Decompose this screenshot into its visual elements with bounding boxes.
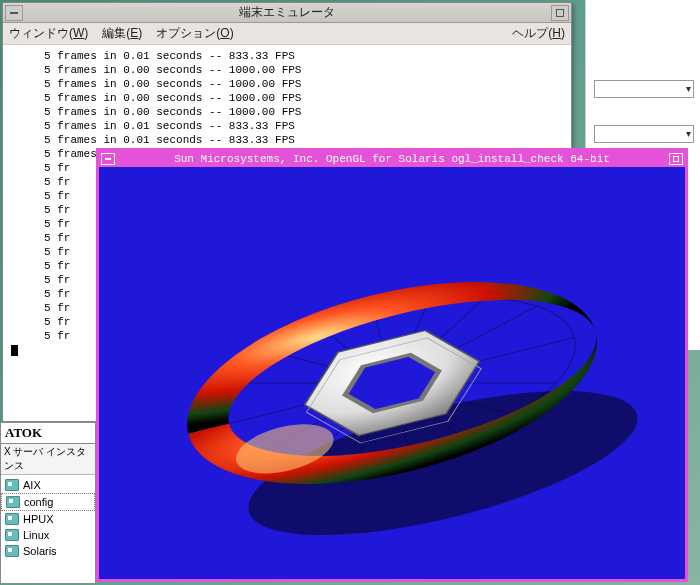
atok-title: ATOK <box>1 423 95 444</box>
atok-panel: ATOK X サーバ インスタンス AIXconfigHPUXLinuxSola… <box>0 422 96 584</box>
opengl-titlebar[interactable]: Sun Microsystems, Inc. OpenGL for Solari… <box>99 151 685 167</box>
menu-edit[interactable]: 編集(E) <box>102 25 142 42</box>
terminal-menubar: ウィンドウ(W) 編集(E) オプション(O) ヘルプ(H) <box>3 23 571 45</box>
chevron-down-icon: ▾ <box>686 83 691 94</box>
list-item-label: Solaris <box>23 545 57 557</box>
square-icon <box>673 156 679 162</box>
server-icon <box>5 513 19 525</box>
list-item[interactable]: Linux <box>1 527 95 543</box>
maximize-button[interactable] <box>551 5 569 21</box>
torus-render <box>112 173 672 573</box>
server-icon <box>5 479 19 491</box>
menu-window[interactable]: ウィンドウ(W) <box>9 25 88 42</box>
list-item[interactable]: config <box>1 493 95 511</box>
list-item[interactable]: Solaris <box>1 543 95 559</box>
opengl-window: Sun Microsystems, Inc. OpenGL for Solari… <box>96 148 688 582</box>
dropdown-2[interactable]: ▾ <box>594 125 694 143</box>
list-item[interactable]: AIX <box>1 477 95 493</box>
terminal-title: 端末エミュレータ <box>25 4 549 21</box>
list-item-label: Linux <box>23 529 49 541</box>
window-menu-button[interactable] <box>101 153 115 165</box>
chevron-down-icon: ▾ <box>686 128 691 139</box>
menu-help[interactable]: ヘルプ(H) <box>512 25 565 42</box>
server-instance-list: AIXconfigHPUXLinuxSolaris <box>1 475 95 561</box>
menu-option[interactable]: オプション(O) <box>156 25 233 42</box>
dash-icon <box>105 158 111 160</box>
cursor <box>11 345 18 356</box>
atok-subtitle: X サーバ インスタンス <box>1 444 95 475</box>
list-item[interactable]: HPUX <box>1 511 95 527</box>
opengl-canvas <box>99 167 685 579</box>
opengl-title: Sun Microsystems, Inc. OpenGL for Solari… <box>117 153 667 165</box>
dash-icon <box>10 12 18 14</box>
list-item-label: HPUX <box>23 513 54 525</box>
server-icon <box>5 529 19 541</box>
dropdown-1[interactable]: ▾ <box>594 80 694 98</box>
server-icon <box>6 496 20 508</box>
server-icon <box>5 545 19 557</box>
window-menu-button[interactable] <box>5 5 23 21</box>
square-icon <box>556 9 564 17</box>
list-item-label: config <box>24 496 53 508</box>
maximize-button[interactable] <box>669 153 683 165</box>
terminal-titlebar[interactable]: 端末エミュレータ <box>3 3 571 23</box>
list-item-label: AIX <box>23 479 41 491</box>
